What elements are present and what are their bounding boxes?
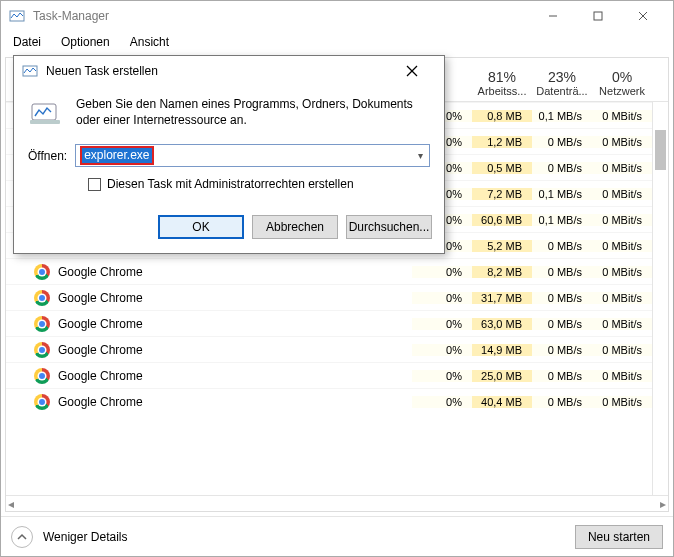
ok-button[interactable]: OK bbox=[158, 215, 244, 239]
chrome-icon bbox=[34, 316, 50, 332]
menu-file[interactable]: Datei bbox=[7, 33, 47, 51]
chrome-icon bbox=[34, 342, 50, 358]
cell-disk: 0 MB/s bbox=[532, 240, 592, 252]
cell-net: 0 MBit/s bbox=[592, 396, 652, 408]
vertical-scrollbar[interactable] bbox=[652, 102, 668, 495]
chrome-icon bbox=[34, 368, 50, 384]
cell-disk: 0,1 MB/s bbox=[532, 188, 592, 200]
cell-disk: 0,1 MB/s bbox=[532, 214, 592, 226]
cell-mem: 5,2 MB bbox=[472, 240, 532, 252]
cell-net: 0 MBit/s bbox=[592, 162, 652, 174]
cell-net: 0 MBit/s bbox=[592, 188, 652, 200]
cell-mem: 8,2 MB bbox=[472, 266, 532, 278]
cpu-label: Arbeitss... bbox=[476, 85, 528, 97]
footer: Weniger Details Neu starten bbox=[1, 516, 673, 556]
table-row[interactable]: Google Chrome0%63,0 MB0 MB/s0 MBit/s bbox=[6, 310, 652, 336]
disk-label: Datenträ... bbox=[536, 85, 588, 97]
titlebar: Task-Manager bbox=[1, 1, 673, 31]
app-icon bbox=[9, 8, 25, 24]
process-name: Google Chrome bbox=[58, 291, 143, 305]
admin-checkbox[interactable] bbox=[88, 178, 101, 191]
task-manager-window: Task-Manager Datei Optionen Ansicht 81% … bbox=[0, 0, 674, 557]
cell-mem: 63,0 MB bbox=[472, 318, 532, 330]
cell-mem: 1,2 MB bbox=[472, 136, 532, 148]
cell-net: 0 MBit/s bbox=[592, 292, 652, 304]
run-icon bbox=[28, 96, 62, 130]
column-header-cpu[interactable]: 81% Arbeitss... bbox=[472, 65, 532, 101]
minimize-button[interactable] bbox=[530, 1, 575, 31]
close-button[interactable] bbox=[620, 1, 665, 31]
menubar: Datei Optionen Ansicht bbox=[1, 31, 673, 53]
cell-cpu: 0% bbox=[412, 370, 472, 382]
process-name: Google Chrome bbox=[58, 265, 143, 279]
cell-mem: 40,4 MB bbox=[472, 396, 532, 408]
restart-button[interactable]: Neu starten bbox=[575, 525, 663, 549]
table-row[interactable]: Google Chrome0%8,2 MB0 MB/s0 MBit/s bbox=[6, 258, 652, 284]
table-row[interactable]: Google Chrome0%25,0 MB0 MB/s0 MBit/s bbox=[6, 362, 652, 388]
open-input-value[interactable]: explorer.exe bbox=[80, 146, 153, 165]
process-name: Google Chrome bbox=[58, 343, 143, 357]
process-name: Google Chrome bbox=[58, 317, 143, 331]
net-percent: 0% bbox=[596, 69, 648, 85]
open-label: Öffnen: bbox=[28, 149, 67, 163]
menu-options[interactable]: Optionen bbox=[55, 33, 116, 51]
dialog-close-button[interactable] bbox=[406, 65, 436, 77]
chrome-icon bbox=[34, 264, 50, 280]
table-row[interactable]: Google Chrome0%31,7 MB0 MB/s0 MBit/s bbox=[6, 284, 652, 310]
cell-net: 0 MBit/s bbox=[592, 214, 652, 226]
dialog-body: Geben Sie den Namen eines Programms, Ord… bbox=[14, 86, 444, 205]
cell-cpu: 0% bbox=[412, 396, 472, 408]
cell-disk: 0 MB/s bbox=[532, 266, 592, 278]
dialog-description: Geben Sie den Namen eines Programms, Ord… bbox=[76, 96, 430, 128]
cell-disk: 0 MB/s bbox=[532, 370, 592, 382]
cell-mem: 7,2 MB bbox=[472, 188, 532, 200]
cell-disk: 0 MB/s bbox=[532, 292, 592, 304]
run-dialog: Neuen Task erstellen Geben Sie den Namen… bbox=[13, 55, 445, 254]
open-combobox[interactable]: explorer.exe ▾ bbox=[75, 144, 430, 167]
cell-mem: 0,8 MB bbox=[472, 110, 532, 122]
cell-net: 0 MBit/s bbox=[592, 240, 652, 252]
cell-disk: 0 MB/s bbox=[532, 344, 592, 356]
dialog-icon bbox=[22, 63, 38, 79]
chevron-down-icon[interactable]: ▾ bbox=[418, 150, 423, 161]
fewer-details-toggle[interactable] bbox=[11, 526, 33, 548]
chrome-icon bbox=[34, 290, 50, 306]
cell-cpu: 0% bbox=[412, 292, 472, 304]
cell-mem: 25,0 MB bbox=[472, 370, 532, 382]
column-header-net[interactable]: 0% Netzwerk bbox=[592, 65, 652, 101]
cell-cpu: 0% bbox=[412, 344, 472, 356]
cell-net: 0 MBit/s bbox=[592, 370, 652, 382]
column-header-disk[interactable]: 23% Datenträ... bbox=[532, 65, 592, 101]
table-row[interactable]: Google Chrome0%40,4 MB0 MB/s0 MBit/s bbox=[6, 388, 652, 414]
scroll-right-icon[interactable]: ▸ bbox=[660, 497, 666, 511]
svg-rect-9 bbox=[30, 120, 60, 124]
cell-disk: 0 MB/s bbox=[532, 318, 592, 330]
cell-disk: 0 MB/s bbox=[532, 396, 592, 408]
table-row[interactable]: Google Chrome0%14,9 MB0 MB/s0 MBit/s bbox=[6, 336, 652, 362]
fewer-details-label[interactable]: Weniger Details bbox=[43, 530, 575, 544]
cell-disk: 0 MB/s bbox=[532, 162, 592, 174]
chrome-icon bbox=[34, 394, 50, 410]
browse-button[interactable]: Durchsuchen... bbox=[346, 215, 432, 239]
cell-net: 0 MBit/s bbox=[592, 318, 652, 330]
scroll-left-icon[interactable]: ◂ bbox=[8, 497, 14, 511]
net-label: Netzwerk bbox=[596, 85, 648, 97]
window-title: Task-Manager bbox=[33, 9, 530, 23]
cell-net: 0 MBit/s bbox=[592, 266, 652, 278]
horizontal-scrollbar[interactable]: ◂ ▸ bbox=[6, 495, 668, 511]
cell-mem: 0,5 MB bbox=[472, 162, 532, 174]
dialog-buttons: OK Abbrechen Durchsuchen... bbox=[14, 205, 444, 253]
cell-cpu: 0% bbox=[412, 318, 472, 330]
cell-net: 0 MBit/s bbox=[592, 110, 652, 122]
cell-cpu: 0% bbox=[412, 266, 472, 278]
cell-mem: 60,6 MB bbox=[472, 214, 532, 226]
disk-percent: 23% bbox=[536, 69, 588, 85]
menu-view[interactable]: Ansicht bbox=[124, 33, 175, 51]
cancel-button[interactable]: Abbrechen bbox=[252, 215, 338, 239]
maximize-button[interactable] bbox=[575, 1, 620, 31]
process-name: Google Chrome bbox=[58, 369, 143, 383]
cell-disk: 0,1 MB/s bbox=[532, 110, 592, 122]
cell-net: 0 MBit/s bbox=[592, 136, 652, 148]
admin-checkbox-label: Diesen Task mit Administratorrechten ers… bbox=[107, 177, 354, 191]
process-name: Google Chrome bbox=[58, 395, 143, 409]
